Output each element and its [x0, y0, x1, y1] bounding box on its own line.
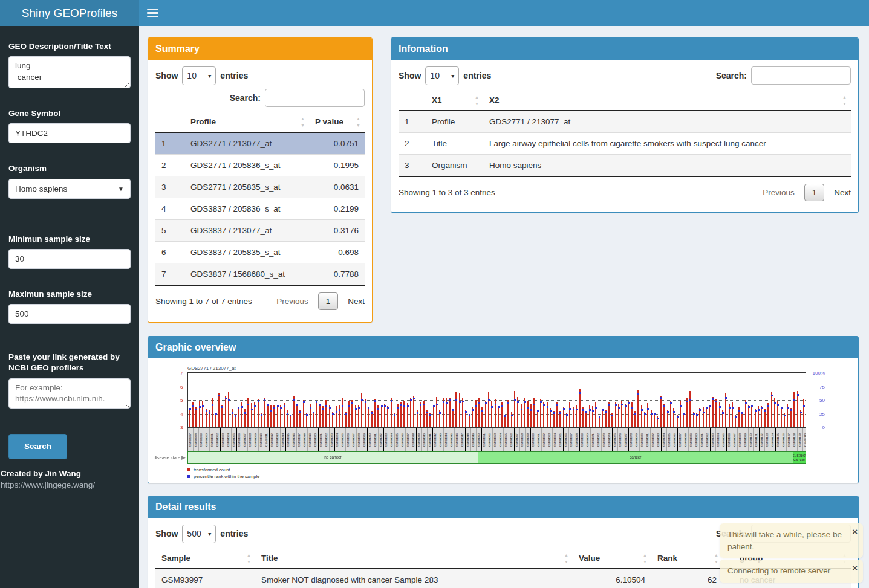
page-number-button[interactable]: 1	[318, 292, 339, 310]
y-axis-tick: 4	[180, 411, 183, 416]
search-button[interactable]: Search	[8, 434, 67, 459]
summary-page-length-select[interactable]: 10 ▾	[182, 66, 216, 85]
band-no-cancer: no cancer	[188, 452, 478, 463]
app-title: Shiny GEOProfiles	[22, 7, 117, 20]
percentile-axis-tick: 50	[819, 398, 825, 403]
ncbi-link-textarea[interactable]	[8, 378, 131, 409]
chevron-down-icon: ▼	[118, 186, 124, 192]
previous-page-button[interactable]: Previous	[763, 188, 795, 197]
chevron-down-icon: ▾	[208, 531, 211, 537]
chart-title: GDS2771 / 213077_at	[187, 366, 851, 371]
summary-table-info: Showing 1 to 7 of 7 entries	[155, 297, 252, 306]
next-page-button[interactable]: Next	[348, 297, 365, 306]
toast-message: This will take a while, please be patien…	[727, 530, 842, 551]
column-header-x1[interactable]: X1	[426, 90, 483, 111]
graphic-panel-title: Graphic overview	[148, 337, 858, 358]
column-header-index	[399, 90, 426, 111]
table-row[interactable]: 7GDS3837 / 1568680_s_at0.7788	[155, 263, 365, 286]
sort-icon	[301, 118, 306, 126]
percentile-axis-tick: 100%	[813, 370, 825, 376]
toast-notification: Connecting to remote server ×	[720, 560, 863, 583]
summary-search-input[interactable]	[265, 89, 365, 107]
column-header-index	[155, 112, 184, 132]
graphic-overview-panel: Graphic overview GDS2771 / 213077_at 7 6…	[148, 336, 859, 483]
organism-select[interactable]: Homo sapiens ▼	[8, 179, 131, 199]
legend-label: transformed count	[194, 467, 230, 473]
organism-selected-value: Homo sapiens	[15, 184, 67, 193]
table-row[interactable]: 3OrganismHomo sapiens	[399, 155, 851, 177]
max-sample-label: Maximun sample size	[8, 289, 131, 300]
table-row[interactable]: 5GDS3837 / 213077_at0.3176	[155, 220, 365, 242]
table-row[interactable]: 1ProfileGDS2771 / 213077_at	[399, 111, 851, 133]
y-axis-tick: 6	[180, 384, 183, 389]
toast-notification: This will take a while, please be patien…	[720, 523, 863, 558]
ncbi-link-label: Paste your link generated by NCBI GEO pr…	[8, 352, 131, 373]
close-icon[interactable]: ×	[852, 527, 858, 536]
summary-panel-title: Summary	[148, 38, 372, 60]
sample-labels-strip: GSM93997GSM93998GSM93999GSM94000GSM94001…	[187, 428, 806, 451]
show-label: Show	[155, 529, 178, 538]
main-content: Summary Show 10 ▾ entries Search: Profil…	[139, 26, 869, 588]
table-row[interactable]: 1GDS2771 / 213077_at0.0751	[155, 132, 365, 155]
show-label: Show	[399, 71, 421, 80]
y-axis-tick: 5	[180, 398, 183, 403]
y-axis-tick: 3	[180, 425, 183, 430]
show-label: Show	[155, 71, 178, 80]
max-sample-input[interactable]	[8, 304, 131, 324]
information-page-length-select[interactable]: 10 ▾	[425, 66, 459, 85]
column-header-x2[interactable]: X2	[483, 90, 851, 111]
legend-blue-swatch	[187, 475, 190, 478]
min-sample-input[interactable]	[8, 249, 131, 269]
information-panel-title: Infomation	[391, 38, 858, 60]
geo-description-textarea[interactable]: lung cancer	[8, 56, 131, 88]
created-by-text: Created by Jin Wang	[1, 469, 131, 478]
column-header-title[interactable]: Title	[255, 548, 573, 569]
sort-icon	[643, 554, 648, 563]
column-header-profile[interactable]: Profile	[184, 112, 309, 132]
min-sample-label: Minimun sample size	[8, 234, 131, 245]
previous-page-button[interactable]: Previous	[276, 297, 308, 306]
detail-page-length-select[interactable]: 500 ▾	[182, 525, 216, 543]
author-website-link[interactable]: https://www.jingege.wang/	[1, 480, 131, 489]
gene-symbol-input[interactable]	[8, 123, 131, 143]
table-row[interactable]: 2GDS2771 / 205836_s_at0.1995	[155, 155, 365, 176]
percentile-axis-tick: 75	[819, 384, 825, 389]
sidebar: GEO Description/Title Text lung cancer G…	[0, 26, 139, 588]
entries-label: entries	[220, 71, 248, 80]
detail-panel-title: Detail results	[148, 496, 858, 518]
band-cancer: cancer	[478, 452, 793, 463]
column-header-value[interactable]: Value	[573, 548, 651, 569]
band-suspect-cancer: suspect cancer	[793, 452, 806, 463]
chart-plot-area: 7 6 5 4 3 100% 75 50 25 0	[187, 372, 806, 428]
table-row[interactable]: 3GDS2771 / 205835_s_at0.0631	[155, 176, 365, 198]
chart-legend: transformed count percentile rank within…	[187, 467, 806, 479]
disease-state-label: disease state	[154, 455, 180, 460]
information-search-input[interactable]	[751, 66, 851, 85]
next-page-button[interactable]: Next	[834, 188, 851, 197]
entries-label: entries	[463, 71, 491, 80]
app-logo[interactable]: Shiny GEOProfiles	[0, 0, 139, 26]
table-row[interactable]: 4GDS3837 / 205836_s_at0.2199	[155, 198, 365, 220]
column-header-sample[interactable]: Sample	[155, 548, 255, 569]
sidebar-toggle-icon[interactable]	[147, 7, 158, 19]
information-panel: Infomation Show 10 ▾ entries Search:	[391, 37, 859, 213]
close-icon[interactable]: ×	[852, 563, 858, 572]
y-axis-tick: 7	[180, 370, 183, 376]
legend-label: percentile rank within the sample	[194, 474, 259, 479]
chevron-down-icon: ▾	[208, 73, 211, 79]
table-row[interactable]: 6GDS3837 / 205835_s_at0.698	[155, 242, 365, 263]
column-header-pvalue[interactable]: P value	[309, 112, 365, 132]
sort-icon	[247, 554, 252, 563]
gene-symbol-label: Gene Symbol	[8, 108, 131, 119]
page-number-button[interactable]: 1	[804, 184, 825, 201]
table-row[interactable]: 2TitleLarge airway epithelial cells from…	[399, 133, 851, 155]
search-label: Search:	[716, 71, 747, 80]
percentile-axis-tick: 25	[819, 411, 825, 416]
sort-icon	[564, 554, 570, 563]
legend-red-swatch	[187, 468, 190, 471]
disease-state-track: disease state ▶ no cancer cancer suspect…	[187, 451, 806, 464]
information-table-info: Showing 1 to 3 of 3 entries	[399, 188, 495, 197]
chevron-down-icon: ▾	[451, 73, 454, 79]
column-header-rank[interactable]: Rank	[651, 548, 723, 569]
entries-label: entries	[220, 529, 248, 538]
